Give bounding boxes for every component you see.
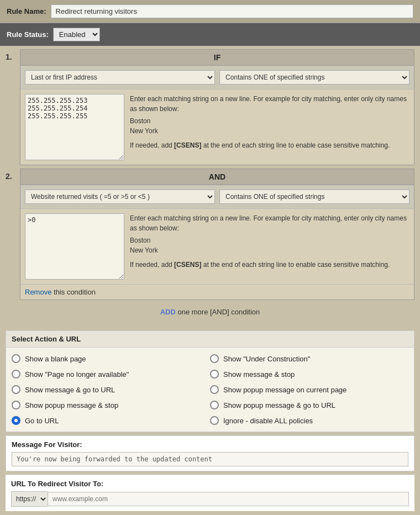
section1-right-select[interactable]: Contains ONE of specified strings Does N…: [219, 70, 410, 85]
page-wrapper: Rule Name: Rule Status: Enabled Disabled…: [0, 0, 420, 515]
section1-body: 255.255.255.253 255.255.255.254 255.255.…: [20, 90, 414, 165]
section2-csens: [CSENS]: [174, 261, 201, 269]
radio-opt6[interactable]: [210, 354, 219, 363]
radio-opt3[interactable]: [12, 385, 20, 394]
add-condition-text: one more [AND] condition: [176, 308, 260, 316]
url-protocol-select[interactable]: https:// http://: [11, 491, 48, 507]
action-label-opt1: Show a blank page: [25, 355, 86, 363]
bottom-sections: Select Action & URL Show a blank page Sh…: [0, 324, 420, 515]
section2-left-select[interactable]: Website returned visits ( =5 or >5 or <5…: [25, 190, 215, 204]
section2-example2: New York: [130, 245, 410, 255]
section1-example2: New York: [130, 126, 410, 136]
url-section: URL To Redirect Visitor To: https:// htt…: [6, 475, 414, 511]
rule-status-select[interactable]: Enabled Disabled: [53, 28, 100, 41]
action-col-left-2: Show "Page no longer available": [12, 367, 210, 381]
section1-outer: 1. IF Last or first IP address IP addres…: [0, 46, 420, 324]
action-header: Select Action & URL: [6, 331, 414, 348]
rule-name-row: Rule Name:: [0, 0, 420, 23]
section2-csens-note: If needed, add [CSENS] at the end of eac…: [130, 260, 410, 270]
section1-number: 1.: [6, 52, 15, 61]
action-label-opt3: Show message & go to URL: [25, 386, 115, 394]
message-input[interactable]: [12, 452, 408, 466]
section2-box: AND Website returned visits ( =5 or >5 o…: [20, 169, 414, 300]
action-row-2: Show "Page no longer available" Show mes…: [12, 366, 408, 382]
radio-opt9[interactable]: [210, 401, 219, 409]
rule-status-label: Rule Status:: [7, 30, 49, 39]
add-condition-link[interactable]: ADD: [160, 308, 176, 316]
action-col-right-3: Show popup message on current page: [210, 383, 408, 396]
section1-csens: [CSENS]: [174, 141, 201, 149]
section1-left-select[interactable]: Last or first IP address IP address Coun…: [25, 70, 215, 85]
action-label-opt9: Show popup message & go to URL: [223, 401, 335, 409]
section2-example1: Boston: [130, 235, 410, 245]
action-row-3: Show message & go to URL Show popup mess…: [12, 382, 408, 397]
action-col-right-1: Show "Under Construction": [210, 352, 408, 365]
url-label: URL To Redirect Visitor To:: [11, 480, 409, 488]
section2-help: Enter each matching string on a new line…: [130, 213, 410, 280]
message-label: Message For Visitor:: [12, 440, 408, 449]
action-row-1: Show a blank page Show "Under Constructi…: [12, 351, 408, 366]
section2-number: 2.: [6, 172, 15, 181]
action-col-right-4: Show popup message & go to URL: [210, 398, 408, 412]
url-input[interactable]: [48, 492, 409, 506]
action-row-4: Show popup message & stop Show popup mes…: [12, 397, 408, 413]
action-label-opt8: Show popup message on current page: [223, 386, 347, 394]
section2-right-select[interactable]: Contains ONE of specified strings Does N…: [219, 190, 410, 204]
section1-condition-row: Last or first IP address IP address Coun…: [20, 66, 414, 90]
section2-numbered: 2. AND Website returned visits ( =5 or >…: [6, 169, 414, 300]
section1-box: IF Last or first IP address IP address C…: [20, 49, 414, 165]
radio-opt8[interactable]: [210, 385, 219, 394]
section2-condition-row: Website returned visits ( =5 or >5 or <5…: [20, 185, 414, 209]
add-condition-row: ADD one more [AND] condition: [6, 303, 414, 320]
action-label-opt5: Go to URL: [25, 417, 59, 425]
action-label-opt4: Show popup message & stop: [25, 401, 118, 409]
message-section: Message For Visitor:: [6, 435, 414, 471]
remove-text: this condition: [51, 288, 96, 296]
section2-example-list: Boston New York: [130, 235, 410, 255]
section2-body: >0 Enter each matching string on a new l…: [20, 209, 414, 284]
rule-name-input[interactable]: [51, 4, 413, 18]
action-col-left-1: Show a blank page: [12, 352, 210, 365]
section2-help-text3: at the end of each string line to enable…: [203, 261, 390, 269]
section2-help-text2: If needed, add: [130, 261, 172, 269]
radio-opt10[interactable]: [210, 416, 219, 425]
section2-header: AND: [20, 169, 414, 185]
section1-help-text1: Enter each matching string on a new line…: [130, 95, 407, 113]
radio-opt4[interactable]: [12, 401, 20, 409]
section1-header: IF: [20, 50, 414, 66]
action-row-5: Go to URL Ignore - disable ALL policies: [12, 413, 408, 428]
action-label-opt10: Ignore - disable ALL policies: [223, 417, 313, 425]
action-options: Show a blank page Show "Under Constructi…: [6, 348, 414, 432]
radio-opt1[interactable]: [12, 354, 20, 363]
action-col-right-5: Ignore - disable ALL policies: [210, 414, 408, 427]
remove-row: Remove this condition: [20, 284, 414, 299]
url-row: https:// http://: [11, 491, 409, 507]
radio-opt2[interactable]: [12, 370, 20, 379]
radio-opt7[interactable]: [210, 370, 219, 379]
action-col-left-5: Go to URL: [12, 414, 210, 427]
action-label-opt6: Show "Under Construction": [223, 355, 310, 363]
section1-help-text2: If needed, add: [130, 141, 172, 149]
section1-numbered: 1. IF Last or first IP address IP addres…: [6, 49, 414, 165]
action-label-opt7: Show message & stop: [223, 370, 295, 379]
action-col-left-4: Show popup message & stop: [12, 398, 210, 412]
section1-example-list: Boston New York: [130, 116, 410, 136]
section2-textarea[interactable]: >0: [25, 213, 124, 280]
section1-help: Enter each matching string on a new line…: [130, 94, 410, 160]
section1-help-text3: at the end of each string line to enable…: [203, 141, 390, 149]
radio-opt5[interactable]: [12, 416, 20, 425]
action-col-right-2: Show message & stop: [210, 367, 408, 381]
rule-name-label: Rule Name:: [7, 7, 46, 15]
rule-status-row: Rule Status: Enabled Disabled: [0, 23, 420, 46]
section1-example1: Boston: [130, 116, 410, 126]
action-label-opt2: Show "Page no longer available": [25, 370, 129, 379]
action-section: Select Action & URL Show a blank page Sh…: [6, 330, 414, 432]
remove-link[interactable]: Remove: [25, 288, 51, 296]
section1-csens-note: If needed, add [CSENS] at the end of eac…: [130, 140, 410, 150]
section2-help-text1: Enter each matching string on a new line…: [130, 214, 407, 232]
section1-textarea[interactable]: 255.255.255.253 255.255.255.254 255.255.…: [25, 94, 124, 160]
action-col-left-3: Show message & go to URL: [12, 383, 210, 396]
